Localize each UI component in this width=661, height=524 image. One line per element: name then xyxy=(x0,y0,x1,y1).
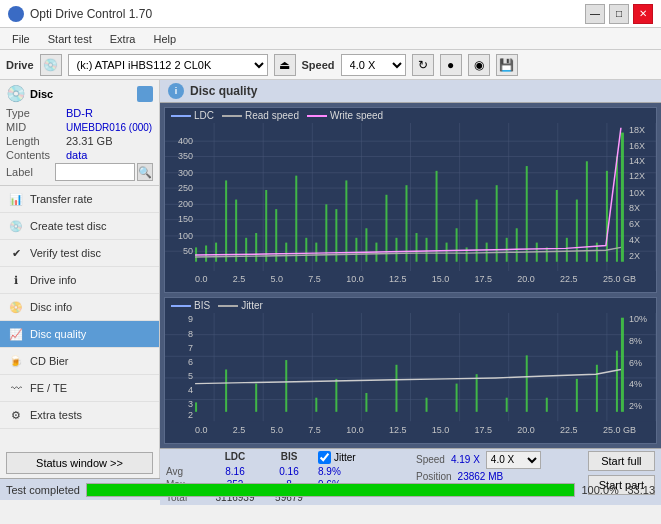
extra-tests-icon: ⚙ xyxy=(8,407,24,423)
menu-bar: File Start test Extra Help xyxy=(0,28,661,50)
position-value: 23862 MB xyxy=(458,471,504,482)
maximize-button[interactable]: □ xyxy=(609,4,629,24)
disc-icon: 💿 xyxy=(6,84,26,103)
sidebar-item-transfer-rate[interactable]: 📊 Transfer rate xyxy=(0,186,159,213)
close-button[interactable]: ✕ xyxy=(633,4,653,24)
svg-rect-123 xyxy=(596,365,598,412)
svg-rect-109 xyxy=(225,370,227,412)
svg-rect-57 xyxy=(405,185,407,262)
disc-mid-value: UMEBDR016 (000) xyxy=(66,122,152,133)
disc-mid-label: MID xyxy=(6,121,66,133)
svg-text:100: 100 xyxy=(178,231,193,241)
svg-rect-108 xyxy=(195,403,197,412)
disc-info-icon: 📀 xyxy=(8,299,24,315)
disc-thumb xyxy=(137,86,153,102)
sidebar-item-extra-tests[interactable]: ⚙ Extra tests xyxy=(0,402,159,429)
speed-icon[interactable]: ↻ xyxy=(412,54,434,76)
chart1-x-axis: 0.0 2.5 5.0 7.5 10.0 12.5 15.0 17.5 20.0… xyxy=(165,273,656,285)
svg-text:2X: 2X xyxy=(629,251,640,261)
svg-rect-59 xyxy=(426,238,428,262)
eject-button[interactable]: ⏏ xyxy=(274,54,296,76)
svg-rect-121 xyxy=(546,398,548,412)
legend-write-label: Write speed xyxy=(330,110,383,121)
svg-rect-77 xyxy=(606,171,608,262)
sidebar-item-label: Disc info xyxy=(30,301,72,313)
disc-length-value: 23.31 GB xyxy=(66,135,112,147)
disc-type-value: BD-R xyxy=(66,107,93,119)
svg-rect-119 xyxy=(506,398,508,412)
svg-text:7: 7 xyxy=(188,343,193,353)
disc-section: 💿 Disc Type BD-R MID UMEBDR016 (000) Len… xyxy=(0,80,159,186)
sidebar-item-disc-quality[interactable]: 📈 Disc quality xyxy=(0,321,159,348)
drive-icon[interactable]: 💿 xyxy=(40,54,62,76)
status-window-button[interactable]: Status window >> xyxy=(6,452,153,474)
chart2-svg: 9 8 7 6 5 4 3 2 10% 8% 6% 4% xyxy=(165,313,656,421)
content-header-title: Disc quality xyxy=(190,84,257,98)
start-full-button[interactable]: Start full xyxy=(588,451,655,471)
title-bar: Opti Drive Control 1.70 — □ ✕ xyxy=(0,0,661,28)
sidebar-item-label: CD Bier xyxy=(30,355,69,367)
chart1-panel: LDC Read speed Write speed xyxy=(164,107,657,293)
svg-text:350: 350 xyxy=(178,152,193,162)
progress-bar-inner xyxy=(87,484,574,496)
svg-text:6X: 6X xyxy=(629,219,640,229)
disc-type-label: Type xyxy=(6,107,66,119)
svg-rect-117 xyxy=(456,384,458,412)
svg-text:4X: 4X xyxy=(629,235,640,245)
disc-btn1[interactable]: ● xyxy=(440,54,462,76)
legend-bis-label: BIS xyxy=(194,300,210,311)
svg-rect-37 xyxy=(205,245,207,261)
menu-extra[interactable]: Extra xyxy=(102,32,144,46)
jitter-col-header: Jitter xyxy=(334,452,356,463)
disc-contents-value: data xyxy=(66,149,87,161)
svg-text:8: 8 xyxy=(188,329,193,339)
svg-rect-73 xyxy=(566,238,568,262)
svg-rect-69 xyxy=(526,166,528,262)
sidebar-item-verify-test-disc[interactable]: ✔ Verify test disc xyxy=(0,240,159,267)
menu-file[interactable]: File xyxy=(4,32,38,46)
svg-rect-38 xyxy=(215,243,217,262)
disc-label-label: Label xyxy=(6,166,55,178)
drive-label: Drive xyxy=(6,59,34,71)
svg-rect-48 xyxy=(315,243,317,262)
sidebar-item-fe-te[interactable]: 〰 FE / TE xyxy=(0,375,159,402)
disc-mid-row: MID UMEBDR016 (000) xyxy=(6,121,153,133)
sidebar-item-label: Create test disc xyxy=(30,220,106,232)
speed-stat-select[interactable]: 4.0 X xyxy=(486,451,541,469)
sidebar-item-cd-bier[interactable]: 🍺 CD Bier xyxy=(0,348,159,375)
disc-label-search-btn[interactable]: 🔍 xyxy=(137,163,153,181)
sidebar-item-create-test-disc[interactable]: 💿 Create test disc xyxy=(0,213,159,240)
svg-text:150: 150 xyxy=(178,215,193,225)
jitter-avg: 8.9% xyxy=(318,466,398,477)
legend-read-label: Read speed xyxy=(245,110,299,121)
menu-start-test[interactable]: Start test xyxy=(40,32,100,46)
transfer-rate-icon: 📊 xyxy=(8,191,24,207)
speed-select[interactable]: 4.0 X xyxy=(341,54,406,76)
svg-rect-115 xyxy=(395,365,397,412)
svg-rect-114 xyxy=(365,393,367,412)
svg-rect-58 xyxy=(416,233,418,262)
svg-rect-118 xyxy=(476,374,478,412)
status-text: Test completed xyxy=(6,484,80,496)
svg-text:12X: 12X xyxy=(629,172,645,182)
disc-label-input[interactable] xyxy=(55,163,135,181)
read-color xyxy=(222,115,242,117)
legend-jitter: Jitter xyxy=(218,300,263,311)
menu-help[interactable]: Help xyxy=(145,32,184,46)
disc-btn2[interactable]: ◉ xyxy=(468,54,490,76)
sidebar-item-drive-info[interactable]: ℹ Drive info xyxy=(0,267,159,294)
ldc-color xyxy=(171,115,191,117)
legend-read: Read speed xyxy=(222,110,299,121)
save-button[interactable]: 💾 xyxy=(496,54,518,76)
content-header: i Disc quality xyxy=(160,80,661,103)
minimize-button[interactable]: — xyxy=(585,4,605,24)
create-test-disc-icon: 💿 xyxy=(8,218,24,234)
svg-rect-56 xyxy=(395,238,397,262)
drive-select[interactable]: (k:) ATAPI iHBS112 2 CL0K xyxy=(68,54,268,76)
jitter-checkbox[interactable] xyxy=(318,451,331,464)
disc-contents-row: Contents data xyxy=(6,149,153,161)
sidebar-item-disc-info[interactable]: 📀 Disc info xyxy=(0,294,159,321)
svg-text:5: 5 xyxy=(188,371,193,381)
svg-text:200: 200 xyxy=(178,199,193,209)
svg-rect-74 xyxy=(576,200,578,262)
